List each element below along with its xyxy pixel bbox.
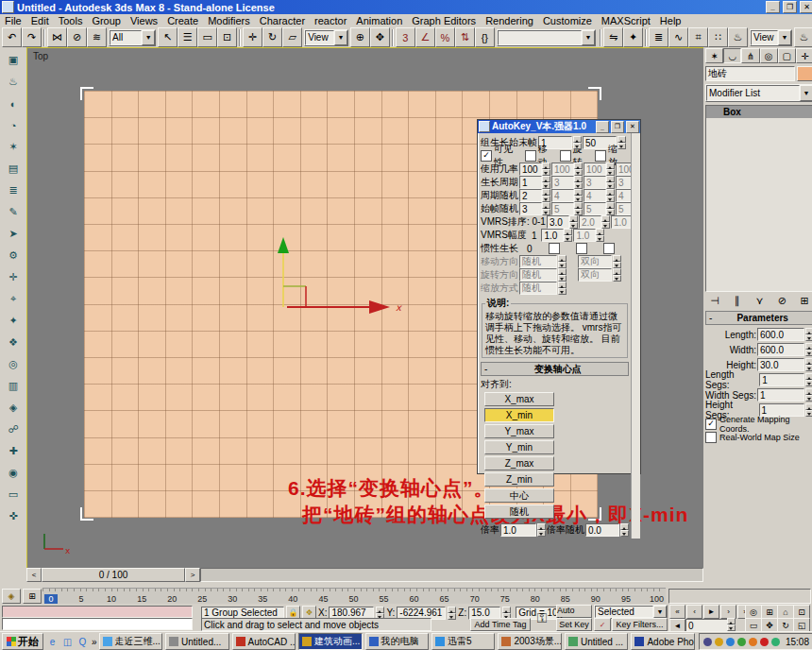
value-field[interactable]: 3 [551,176,574,189]
viewport-label[interactable]: Top [33,51,48,61]
pan-icon[interactable]: ✥ [761,618,778,632]
zoom-extents-all-icon[interactable]: ⊡ [793,605,810,619]
show-desktop-icon[interactable]: ◫ [60,635,75,649]
rectangular-selection-region-icon[interactable]: ▭ [197,27,217,47]
ruler-tick[interactable]: 70 [468,594,482,604]
lipstick-icon[interactable]: ✎ [5,203,23,221]
ruler-tick[interactable]: 35 [256,594,269,604]
cylinder-stack-icon[interactable]: ≣ [5,181,23,199]
object-color-swatch[interactable] [797,66,812,81]
param-field[interactable]: 600.0 [757,328,804,341]
tab-display[interactable]: ▢ [778,48,796,63]
link-icon[interactable]: ☍ [5,420,23,438]
pivot-rollout-header[interactable]: - 变换轴心点 [481,362,629,376]
menu-item[interactable]: Views [126,15,162,26]
move-direction-field[interactable]: 随机 [519,255,557,268]
minimize-button[interactable]: _ [766,1,780,13]
scale-mode-field[interactable]: 随机 [519,282,557,295]
spinner[interactable] [574,189,583,202]
channel-checkbox[interactable] [595,150,606,162]
zoom-extents-icon[interactable]: ⌂ [777,605,794,619]
set-key-filter-icon[interactable]: ✓ [594,618,611,631]
param-field[interactable]: 30.0 [757,358,804,371]
spinner[interactable] [805,388,812,402]
zoom-region-icon[interactable]: ▭ [745,618,762,632]
menu-item[interactable]: Edit [26,15,54,26]
redo-icon[interactable]: ↷ [22,27,42,47]
dialog-close-button[interactable]: ✕ [626,121,639,133]
menu-item[interactable]: reactor [310,15,351,26]
spinner[interactable] [574,202,583,215]
ruler-tick[interactable]: 60 [408,594,421,604]
edit-named-selection-sets-icon[interactable]: {} [475,27,495,47]
tray-update-icon[interactable] [737,638,746,646]
rect-icon[interactable]: ▭ [5,486,23,504]
axis-icon[interactable]: ✜ [5,507,23,525]
cross-icon[interactable]: ✚ [5,442,23,460]
taskbar-task[interactable]: Adobe Pho... [631,633,694,650]
spinner[interactable] [574,176,583,189]
spinner[interactable] [606,176,615,189]
spinner[interactable] [542,202,550,215]
tray-shield-icon[interactable] [715,638,723,646]
zoom-icon[interactable]: ◎ [745,605,762,619]
taskbar-task[interactable]: AutoCAD ... [232,633,296,650]
window-crossing-icon[interactable]: ⊡ [217,27,237,47]
open-schematic-icon[interactable]: ◈ [2,589,21,604]
grid-icon[interactable]: ▥ [5,377,23,395]
parameters-rollout-header[interactable]: - Parameters [705,311,812,325]
chevron-down-icon[interactable]: ▼ [334,30,347,45]
ruler-tick[interactable]: 45 [316,594,330,604]
ruler-tick[interactable]: 95 [619,594,633,604]
value-field[interactable]: 5 [584,202,606,215]
chevron-down-icon[interactable]: ▼ [582,30,595,45]
ruler-tick[interactable]: 80 [529,594,542,604]
ruler-tick[interactable]: 50 [347,594,360,604]
dialog-scrollbar[interactable] [631,133,640,539]
ruler-tick[interactable]: 65 [438,594,451,604]
unlink-selection-icon[interactable]: ⊘ [67,27,87,47]
tray-network-icon[interactable] [771,638,780,646]
ruler-tick[interactable]: 25 [195,594,209,604]
value-field[interactable]: 3 [584,176,606,189]
stack-item-box[interactable]: Box [706,106,812,118]
make-unique-icon[interactable]: ⋎ [753,294,768,308]
real-world-checkbox[interactable] [705,432,717,443]
spinner[interactable] [574,162,583,176]
spinner[interactable] [613,268,621,282]
select-and-scale-icon[interactable]: ▱ [282,27,302,47]
rotate-direction-field[interactable]: 随机 [519,268,557,282]
ruler-tick[interactable]: 75 [499,594,512,604]
tab-hierarchy[interactable]: ⋔ [741,48,759,63]
layer-manager-icon[interactable]: ≣ [649,27,668,47]
percent-snap-icon[interactable]: % [435,27,455,47]
time-slider-track[interactable] [200,568,703,582]
ruler-tick[interactable]: 85 [559,594,572,604]
next-frame-button[interactable]: › [720,605,736,619]
pivot-align-button[interactable]: 中心 [484,488,554,503]
menu-item[interactable]: Animation [351,15,407,26]
spinner[interactable] [805,358,812,371]
quick-launch-overflow[interactable]: » [92,637,97,647]
inertia-checkbox[interactable] [603,243,615,254]
value-field[interactable]: 100 [519,162,542,176]
ruler-tick[interactable]: 10 [105,594,118,604]
selection-range-icon[interactable]: ⊞ [23,589,42,604]
current-frame-field[interactable]: 0 [685,619,731,632]
spinner[interactable] [601,215,610,229]
circle-icon[interactable]: ◎ [5,355,23,373]
menu-item[interactable]: File [0,15,26,26]
tray-antivirus-icon[interactable] [760,638,769,646]
pivot-align-button[interactable]: Z_min [484,472,554,487]
ruler-tick[interactable]: 5 [75,594,88,604]
taskbar-task[interactable]: 迅雷5 [431,633,495,650]
arc-rotate-icon[interactable]: ↻ [777,618,794,632]
play-button[interactable]: ► [703,605,719,619]
value-field[interactable]: 4 [551,189,574,202]
menu-item[interactable]: Graph Editors [407,15,481,26]
material-editor-icon[interactable]: ∷ [708,27,728,47]
param-field[interactable]: 1 [757,388,804,402]
spray-icon[interactable]: ➤ [5,225,23,243]
spinner[interactable] [542,189,550,202]
spinner[interactable] [805,343,812,356]
